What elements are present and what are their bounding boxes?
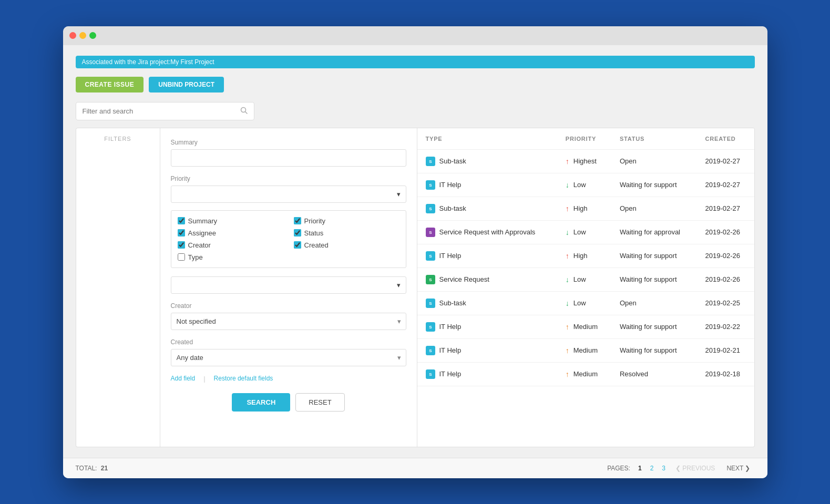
page-2[interactable]: 2: [648, 464, 657, 473]
col-type-label: Type: [188, 253, 203, 261]
close-button[interactable]: [69, 32, 76, 39]
status-cell: Open: [611, 291, 697, 315]
created-select[interactable]: Any date: [171, 349, 406, 366]
page-3[interactable]: 3: [659, 464, 668, 473]
type-cell: S Sub-task: [417, 197, 557, 220]
priority-dropdown-btn[interactable]: ▾: [171, 186, 406, 203]
priority-value: Low: [573, 275, 586, 283]
col-assignee: Assignee: [178, 229, 283, 237]
created-cell: 2019-02-22: [697, 315, 754, 338]
col-summary-checkbox[interactable]: [178, 217, 185, 224]
priority-cell: ↑High: [557, 197, 611, 220]
col-status: Status: [294, 229, 399, 237]
type-name: Sub-task: [439, 157, 466, 165]
table-row[interactable]: S IT Help ↑Medium Waiting for support 20…: [417, 338, 754, 362]
table-row[interactable]: S Service Request with Approvals ↓Low Wa…: [417, 220, 754, 244]
svg-text:S: S: [429, 277, 432, 282]
main-window: Associated with the Jira project:My Firs…: [63, 26, 767, 478]
search-button[interactable]: SEARCH: [232, 393, 290, 412]
priority-cell: ↑Medium: [557, 362, 611, 386]
toolbar: CREATE ISSUE UNBIND PROJECT: [76, 77, 755, 92]
summary-label: Summary: [171, 139, 406, 146]
sidebar-filters-title: FILTERS: [81, 136, 155, 146]
filter-panel: Summary Priority ▾: [160, 128, 417, 447]
svg-text:S: S: [429, 301, 432, 306]
status-cell: Open: [611, 149, 697, 173]
main-area: FILTERS Summary Priority ▾: [76, 128, 755, 447]
summary-input[interactable]: [171, 149, 406, 167]
created-cell: 2019-02-21: [697, 338, 754, 362]
prev-button[interactable]: ❮ PREVIOUS: [671, 464, 719, 473]
add-field-link[interactable]: Add field: [171, 375, 196, 383]
col-type-checkbox[interactable]: [178, 253, 185, 261]
filter-links: Add field | Restore default fields: [171, 375, 406, 383]
table-row[interactable]: S Sub-task ↑Highest Open 2019-02-27: [417, 149, 754, 173]
maximize-button[interactable]: [89, 32, 96, 39]
status-cell: Waiting for support: [611, 244, 697, 268]
creator-select[interactable]: Not specified: [171, 313, 406, 330]
col-status-label: Status: [304, 229, 324, 237]
type-icon: S: [426, 346, 435, 355]
table-row[interactable]: S IT Help ↑Medium Waiting for support 20…: [417, 315, 754, 338]
priority-cell: ↑Highest: [557, 149, 611, 173]
create-issue-button[interactable]: CREATE ISSUE: [76, 77, 144, 92]
svg-text:S: S: [429, 207, 432, 211]
unbind-project-button[interactable]: UNBIND PROJECT: [149, 77, 224, 92]
table-row[interactable]: S IT Help ↑High Waiting for support 2019…: [417, 244, 754, 268]
created-cell: 2019-02-27: [697, 173, 754, 197]
search-bar: [76, 102, 254, 120]
priority-cell: ↓Low: [557, 220, 611, 244]
priority-chevron-icon: ▾: [397, 190, 401, 198]
type-cell: S IT Help: [417, 244, 557, 268]
col-header-status: STATUS: [611, 128, 697, 150]
assignee-dropdown-btn[interactable]: ▾: [171, 276, 406, 294]
status-cell: Waiting for support: [611, 268, 697, 291]
reset-button[interactable]: RESET: [295, 393, 344, 412]
table-row[interactable]: S Service Request ↓Low Waiting for suppo…: [417, 268, 754, 291]
table-row[interactable]: S Sub-task ↑High Open 2019-02-27: [417, 197, 754, 220]
type-name: IT Help: [439, 323, 462, 331]
table-row[interactable]: S IT Help ↓Low Waiting for support 2019-…: [417, 173, 754, 197]
minimize-button[interactable]: [79, 32, 86, 39]
columns-grid: Summary Priority Assignee Status: [171, 210, 406, 268]
sidebar: FILTERS: [76, 128, 160, 447]
assignee-chevron-icon: ▾: [397, 281, 401, 289]
filter-links-divider: |: [203, 375, 205, 383]
search-input[interactable]: [83, 107, 240, 115]
priority-dropdown[interactable]: ▾: [171, 186, 406, 203]
priority-value: Highest: [573, 157, 597, 165]
pagination: PAGES: 1 2 3 ❮ PREVIOUS NEXT ❯: [607, 464, 754, 473]
created-cell: 2019-02-27: [697, 149, 754, 173]
type-name: Service Request: [439, 275, 489, 283]
table-row[interactable]: S Sub-task ↓Low Open 2019-02-25: [417, 291, 754, 315]
results-table: TYPE PRIORITY STATUS CREATED S: [417, 128, 754, 386]
type-icon: S: [426, 204, 435, 213]
col-priority-checkbox[interactable]: [294, 217, 301, 224]
next-button[interactable]: NEXT ❯: [722, 464, 754, 473]
col-assignee-checkbox[interactable]: [178, 229, 185, 236]
type-icon: S: [426, 322, 435, 332]
col-creator-checkbox[interactable]: [178, 241, 185, 249]
col-status-checkbox[interactable]: [294, 229, 301, 236]
priority-cell: ↑Medium: [557, 338, 611, 362]
priority-value: Low: [573, 181, 586, 189]
created-select-wrapper: Any date: [171, 349, 406, 366]
created-cell: 2019-02-25: [697, 291, 754, 315]
col-assignee-label: Assignee: [188, 229, 216, 237]
col-created-checkbox[interactable]: [294, 241, 301, 249]
total-label: TOTAL:: [76, 465, 97, 472]
svg-text:S: S: [429, 348, 432, 353]
col-creator: Creator: [178, 241, 283, 249]
restore-fields-link[interactable]: Restore default fields: [214, 375, 273, 383]
table-row[interactable]: S IT Help ↑Medium Resolved 2019-02-18: [417, 362, 754, 386]
total-info: TOTAL: 21: [76, 465, 108, 472]
type-name: IT Help: [439, 252, 462, 260]
assignee-dropdown[interactable]: ▾: [171, 276, 406, 294]
status-cell: Open: [611, 197, 697, 220]
type-cell: S Service Request with Approvals: [417, 220, 557, 244]
status-cell: Waiting for support: [611, 315, 697, 338]
status-cell: Waiting for approval: [611, 220, 697, 244]
svg-line-1: [245, 111, 247, 114]
type-icon: S: [426, 157, 435, 166]
page-1[interactable]: 1: [636, 464, 644, 473]
